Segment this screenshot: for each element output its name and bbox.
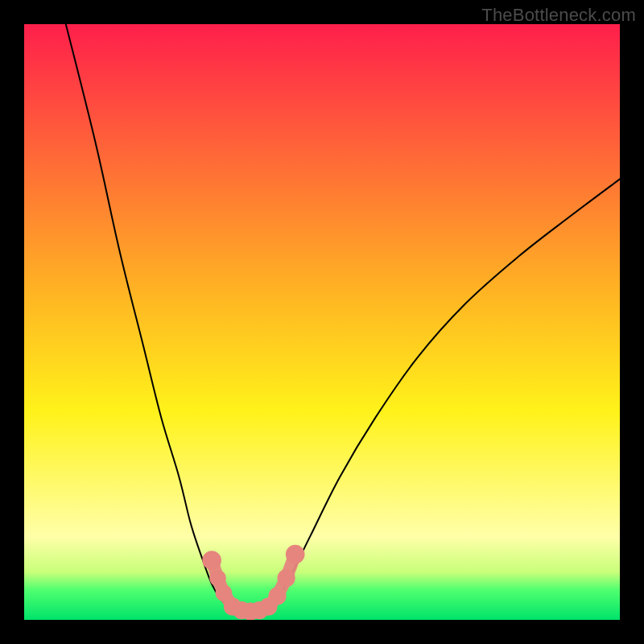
marker-left-hi <box>202 551 221 570</box>
gradient-background <box>24 24 620 620</box>
watermark-text: TheBottleneck.com <box>481 5 636 26</box>
chart-svg <box>24 24 620 620</box>
marker-right-hi <box>286 545 305 564</box>
plot-area <box>24 24 620 620</box>
marker-right-lo <box>268 587 286 605</box>
marker-left-mid <box>209 570 226 587</box>
chart-frame: TheBottleneck.com <box>0 0 644 644</box>
marker-right-mid <box>278 569 295 587</box>
